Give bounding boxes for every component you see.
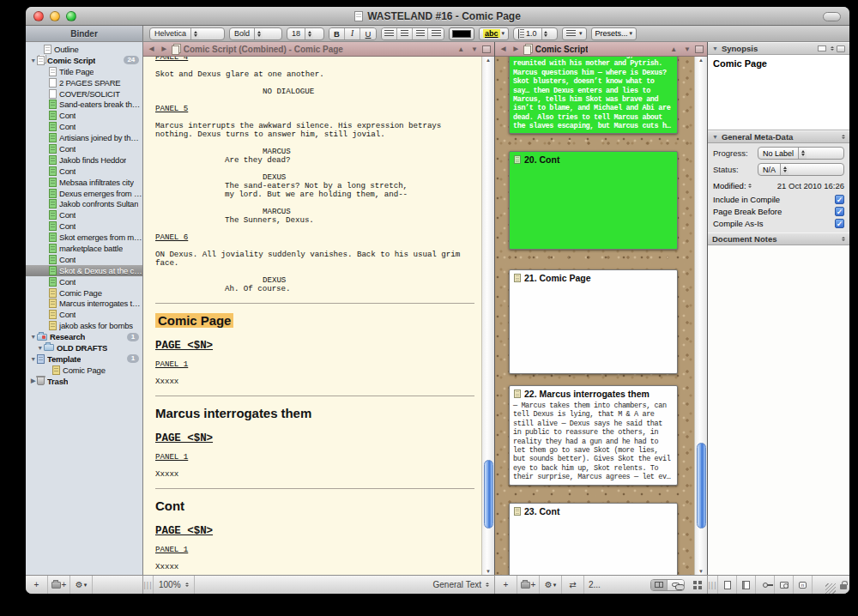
split-view-button[interactable] [695, 45, 704, 53]
resize-grip[interactable]: ||| [708, 576, 718, 594]
align-left-button[interactable] [382, 28, 397, 39]
format-preset-control[interactable]: General Text [427, 580, 494, 589]
binder-item[interactable]: Cont [26, 143, 142, 154]
split-view-button[interactable] [482, 45, 491, 53]
synopsis-text[interactable]: Comic Page [708, 55, 849, 130]
add-document-button[interactable]: + [26, 576, 48, 594]
binder-item[interactable]: COVER/SOLICIT [26, 88, 142, 100]
scroll-down-arrow[interactable]: ▼ [482, 569, 494, 574]
binder-item[interactable]: Outline [26, 44, 142, 55]
disclosure-triangle[interactable]: ▼ [712, 134, 718, 140]
checkbox[interactable]: ✓ [835, 207, 844, 216]
script-line[interactable] [155, 554, 474, 563]
binder-item[interactable]: ▼Template1 [26, 353, 142, 365]
resize-grip[interactable]: ||| [143, 576, 154, 594]
disclosure-triangle[interactable]: ▼ [712, 45, 718, 51]
notes-tab-button[interactable] [718, 576, 737, 594]
status-select[interactable]: N/A [758, 163, 844, 176]
script-line[interactable]: PANEL 1 [155, 453, 474, 462]
presets-button[interactable]: Presets... ▾ [591, 27, 637, 40]
script-line[interactable]: The Sunners, Dexus. [155, 216, 474, 225]
script-line[interactable] [155, 79, 474, 88]
scroll-down-arrow[interactable]: ▼ [695, 569, 707, 574]
stepper-icon[interactable] [831, 45, 834, 52]
previous-document-button[interactable]: ▲ [455, 45, 467, 53]
align-right-button[interactable] [413, 28, 428, 39]
toolbar-toggle-button[interactable] [823, 12, 841, 21]
list-style-button[interactable]: ▾ [562, 27, 587, 40]
binder-item[interactable]: 2 PAGES SPARE [26, 77, 142, 88]
document-proxy-icon[interactable] [354, 11, 363, 21]
disclosure-triangle[interactable]: ▼ [29, 334, 37, 340]
binder-item[interactable]: Skot & Dexus at the co... [26, 265, 142, 276]
section-title[interactable]: Cont [155, 498, 474, 514]
highlight-button[interactable]: abc ▾ [479, 27, 509, 40]
binder-item[interactable]: Mebsaa infiltrates city [26, 177, 142, 188]
font-family-select[interactable]: Helvetica [149, 27, 225, 40]
section-title[interactable]: Comic Page [155, 313, 474, 329]
index-card-icon[interactable] [818, 45, 826, 51]
script-line[interactable]: Xxxxx [155, 470, 474, 479]
binder-item[interactable]: jakob asks for bombs [26, 320, 142, 331]
script-line[interactable]: my lord. But we are holding them, and-- [155, 190, 474, 199]
document-notes-area[interactable] [708, 245, 849, 575]
binder-item[interactable]: ▼OLD DRAFTS [26, 342, 142, 353]
font-size-select[interactable]: 18 [287, 27, 324, 40]
script-line[interactable]: ON Dexus. All joviality suddenly vanishe… [155, 251, 474, 259]
italic-button[interactable]: I [345, 28, 360, 39]
binder-item[interactable]: Comic Page [26, 287, 142, 299]
add-folder-button[interactable]: + [48, 576, 70, 594]
script-line[interactable]: DEXUS [155, 276, 474, 285]
disclosure-triangle[interactable]: ▼ [36, 345, 44, 351]
binder-item[interactable]: ▼Research1 [26, 331, 142, 342]
scroll-up-arrow[interactable]: ▲ [695, 57, 707, 63]
stepper-icon[interactable] [842, 133, 845, 141]
scroll-up-arrow[interactable]: ▲ [482, 57, 494, 63]
stepper-icon[interactable] [748, 182, 752, 190]
binder-item[interactable]: Skot emerges from man... [26, 232, 142, 243]
binder-item[interactable]: Cont [26, 254, 142, 265]
back-button[interactable]: ◀ [147, 45, 156, 52]
binder-item[interactable]: Cont [26, 110, 142, 121]
zoom-window-button[interactable] [66, 11, 76, 21]
index-card[interactable]: 22. Marcus interrogates them— Marcus tak… [509, 385, 678, 486]
binder-item[interactable]: Cont [26, 276, 142, 287]
corkboard-scrollbar-thumb[interactable] [697, 443, 706, 528]
editor-header-title[interactable]: Comic Script (Combined) - Comic Page [184, 45, 343, 54]
next-document-button[interactable]: ▼ [468, 45, 480, 53]
script-line[interactable] [155, 96, 474, 105]
script-line[interactable]: Ah. Of course. [155, 285, 474, 293]
line-spacing-select[interactable]: 1.0 [513, 27, 558, 40]
script-line[interactable]: MARCUS [155, 148, 474, 156]
binder-item[interactable]: Jakob confronts Sultan [26, 198, 142, 209]
binder-item[interactable]: Cont [26, 220, 142, 232]
references-tab-button[interactable] [737, 576, 756, 594]
snapshots-tab-button[interactable] [775, 576, 794, 594]
align-justify-button[interactable] [428, 28, 444, 39]
add-document-button[interactable]: + [495, 576, 517, 594]
corkboard-scrollbar[interactable]: ▲ ▼ [694, 57, 707, 575]
editor-scrollbar-thumb[interactable] [484, 460, 493, 528]
disclosure-triangle[interactable]: ▼ [29, 57, 37, 63]
script-line[interactable]: Are they dead? [155, 156, 474, 165]
script-line[interactable]: PANEL 5 [155, 105, 474, 113]
auto-load-toggle-button[interactable]: ⇄ [562, 576, 584, 594]
align-center-button[interactable] [397, 28, 413, 39]
add-folder-button[interactable]: + [517, 576, 540, 594]
script-line[interactable] [155, 268, 474, 276]
underline-button[interactable]: U [360, 28, 376, 39]
chain-view-button[interactable] [668, 580, 684, 590]
binder-item[interactable]: Sand-eaters break throu... [26, 99, 142, 110]
binder-item[interactable]: Cont [26, 209, 142, 220]
script-line[interactable] [155, 369, 474, 377]
script-line[interactable] [155, 199, 474, 208]
binder-item[interactable]: ▼Comic Script24 [26, 55, 142, 66]
binder-item[interactable]: Cont [26, 166, 142, 177]
script-line[interactable]: PANEL 1 [155, 546, 474, 554]
binder-item[interactable]: Cont [26, 309, 142, 320]
close-window-button[interactable] [33, 11, 44, 21]
script-editor[interactable]: PANEL 4Skot and Dexus glare at one anoth… [143, 57, 481, 575]
script-line[interactable]: MARCUS [155, 208, 474, 216]
page-heading[interactable]: PAGE <$N> [155, 340, 474, 352]
comments-tab-button[interactable]: n [794, 576, 813, 594]
